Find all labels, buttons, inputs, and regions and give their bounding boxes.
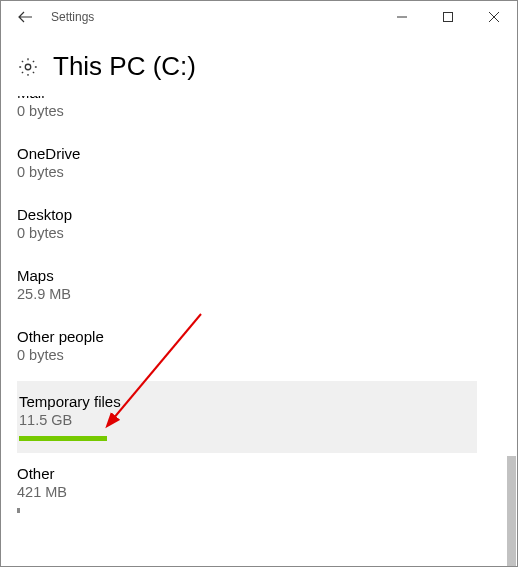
usage-bar [17, 508, 20, 513]
storage-list: Mail 0 bytes OneDrive 0 bytes Desktop 0 … [17, 96, 511, 556]
storage-item-mail[interactable]: Mail 0 bytes [17, 96, 477, 137]
item-label: Maps [17, 267, 477, 284]
item-size: 0 bytes [17, 225, 477, 241]
item-size: 11.5 GB [19, 412, 477, 428]
maximize-button[interactable] [425, 1, 471, 33]
titlebar: Settings [1, 1, 517, 33]
item-size: 0 bytes [17, 164, 477, 180]
titlebar-label: Settings [51, 10, 94, 24]
item-size: 25.9 MB [17, 286, 477, 302]
back-button[interactable] [9, 1, 41, 33]
storage-item-maps[interactable]: Maps 25.9 MB [17, 259, 477, 320]
svg-point-1 [25, 64, 31, 70]
maximize-icon [443, 12, 453, 22]
scrollbar[interactable] [507, 186, 516, 564]
item-label: Other people [17, 328, 477, 345]
close-button[interactable] [471, 1, 517, 33]
item-size: 0 bytes [17, 103, 477, 119]
svg-rect-0 [444, 13, 453, 22]
item-size: 421 MB [17, 484, 477, 500]
scrollbar-thumb[interactable] [507, 456, 516, 567]
usage-bar [19, 436, 107, 441]
content-region: Mail 0 bytes OneDrive 0 bytes Desktop 0 … [1, 96, 517, 567]
item-label: OneDrive [17, 145, 477, 162]
item-label: Desktop [17, 206, 477, 223]
storage-item-other[interactable]: Other 421 MB [17, 453, 477, 531]
gear-icon [17, 56, 39, 78]
minimize-button[interactable] [379, 1, 425, 33]
close-icon [489, 12, 499, 22]
storage-item-desktop[interactable]: Desktop 0 bytes [17, 198, 477, 259]
minimize-icon [397, 12, 407, 22]
back-arrow-icon [17, 9, 33, 25]
item-label: Temporary files [19, 393, 477, 410]
item-label: Mail [17, 96, 477, 101]
page-title: This PC (C:) [53, 51, 196, 82]
storage-item-other-people[interactable]: Other people 0 bytes [17, 320, 477, 381]
page-header: This PC (C:) [1, 33, 517, 96]
item-label: Other [17, 465, 477, 482]
item-size: 0 bytes [17, 347, 477, 363]
storage-item-onedrive[interactable]: OneDrive 0 bytes [17, 137, 477, 198]
storage-item-temporary-files[interactable]: Temporary files 11.5 GB [17, 381, 477, 453]
window-controls [379, 1, 517, 33]
